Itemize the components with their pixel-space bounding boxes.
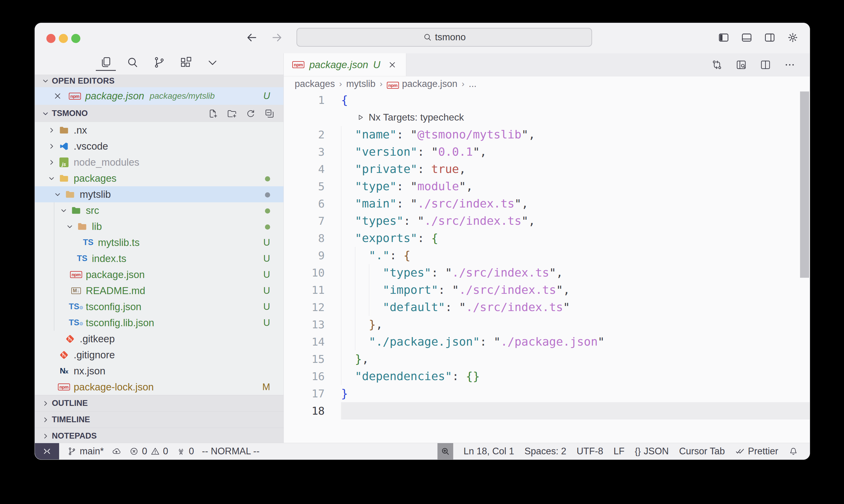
- problems-indicator[interactable]: 00: [129, 446, 168, 457]
- branch-indicator[interactable]: main*: [67, 446, 104, 457]
- status-label: 0: [142, 446, 147, 457]
- close-window-button[interactable]: [46, 34, 55, 43]
- open-editors-header[interactable]: OPEN EDITORS: [35, 74, 283, 87]
- toggle-primary-sidebar-button[interactable]: [716, 30, 731, 46]
- tree-item--nx[interactable]: .nx: [35, 122, 283, 138]
- explorer-view-icon[interactable]: [99, 53, 113, 71]
- sidebar-section-notepads[interactable]: NOTEPADS: [35, 428, 283, 444]
- zoom-indicator[interactable]: [437, 443, 453, 460]
- tree-item-readme-md[interactable]: M↓README.mdU: [35, 283, 283, 299]
- open-editor-entry[interactable]: npm package.json packages/mytslib U: [35, 87, 283, 105]
- search-value: tsmono: [435, 32, 466, 43]
- code-line-9[interactable]: 9 ".": {: [284, 247, 810, 264]
- more-views-icon[interactable]: [206, 53, 220, 71]
- back-button[interactable]: [244, 30, 260, 46]
- cursor-tab-indicator[interactable]: Cursor Tab: [679, 446, 725, 457]
- minimize-window-button[interactable]: [59, 34, 68, 43]
- more-actions-button[interactable]: [782, 57, 798, 73]
- tree-item-tsconfig-json[interactable]: TS⚙tsconfig.jsonU: [35, 299, 283, 315]
- code-line-16[interactable]: 16 "dependencies": {}: [284, 368, 810, 385]
- tree-item-packages[interactable]: packages: [35, 170, 283, 186]
- code-line-8[interactable]: 8 "exports": {: [284, 230, 810, 247]
- code-line-3[interactable]: 3 "version": "0.0.1",: [284, 143, 810, 161]
- toggle-secondary-sidebar-button[interactable]: [762, 30, 778, 46]
- toggle-panel-button[interactable]: [739, 30, 755, 46]
- code-line-10[interactable]: 10 "types": "./src/index.ts",: [284, 264, 810, 282]
- tree-item-src[interactable]: src: [35, 202, 283, 218]
- refresh-explorer-button[interactable]: [245, 108, 256, 119]
- tree-item-tsconfig-lib-json[interactable]: TS⚙tsconfig.lib.jsonU: [35, 315, 283, 331]
- codelens-nx-targets[interactable]: Nx Targets: typecheck: [284, 109, 810, 126]
- zoom-in-icon: [440, 446, 450, 456]
- settings-button[interactable]: [785, 30, 800, 46]
- code-line-1[interactable]: 1{: [284, 91, 810, 109]
- close-tab-icon[interactable]: [388, 60, 397, 69]
- publish-changes-button[interactable]: [111, 447, 121, 456]
- breadcrumb-label: ...: [469, 78, 477, 89]
- collapse-folders-button[interactable]: [264, 108, 275, 119]
- tree-item--gitkeep[interactable]: .gitkeep: [35, 331, 283, 347]
- tab-package-json[interactable]: npm package.json U: [284, 53, 406, 76]
- breadcrumb-item[interactable]: ...: [469, 78, 477, 89]
- tree-item-package-json[interactable]: npmpackage.jsonU: [35, 267, 283, 283]
- tree-item-package-lock-json[interactable]: npmpackage-lock.jsonM: [35, 379, 283, 395]
- code-line-7[interactable]: 7 "types": "./src/index.ts",: [284, 212, 810, 230]
- code-line-18[interactable]: 18: [284, 402, 810, 419]
- zoom-window-button[interactable]: [71, 34, 80, 43]
- npm-icon: npm: [292, 61, 304, 68]
- open-preview-button[interactable]: [733, 57, 749, 73]
- split-editor-button[interactable]: [758, 57, 773, 73]
- code-line-14[interactable]: 14 "./package.json": "./package.json": [284, 333, 810, 350]
- breadcrumb-item[interactable]: packages: [295, 78, 335, 89]
- command-center-search[interactable]: tsmono: [296, 28, 592, 47]
- indentation-indicator[interactable]: Spaces: 2: [524, 446, 566, 457]
- code-line-13[interactable]: 13 },: [284, 316, 810, 333]
- sidebar-section-timeline[interactable]: TIMELINE: [35, 411, 283, 428]
- ts-gear-icon: TS⚙: [70, 302, 82, 311]
- tree-item-mytslib[interactable]: mytslib: [35, 186, 283, 202]
- vim-mode-indicator[interactable]: -- NORMAL --: [202, 446, 259, 457]
- code-line-15[interactable]: 15 },: [284, 350, 810, 368]
- tree-item-nx-json[interactable]: Nxnx.json: [35, 363, 283, 379]
- code-line-5[interactable]: 5 "type": "module",: [284, 178, 810, 195]
- remote-indicator[interactable]: [35, 443, 59, 460]
- close-editor-icon[interactable]: [53, 91, 62, 101]
- indent-guide: [369, 264, 369, 316]
- status-right: Ln 18, Col 1Spaces: 2UTF-8LF{}JSONCursor…: [437, 443, 810, 460]
- tree-item--vscode[interactable]: .vscode: [35, 138, 283, 154]
- code-editor[interactable]: 1{Nx Targets: typecheck2 "name": "@tsmon…: [284, 91, 810, 443]
- explorer-section-header[interactable]: TSMONO: [35, 105, 283, 122]
- warning-icon: [150, 447, 160, 456]
- code-line-17[interactable]: 17}: [284, 385, 810, 402]
- tree-item-index-ts[interactable]: TSindex.tsU: [35, 251, 283, 267]
- status-label: 0: [163, 446, 168, 457]
- open-changes-button[interactable]: [709, 57, 725, 73]
- source-control-view-icon[interactable]: [152, 53, 166, 71]
- code-line-4[interactable]: 4 "private": true,: [284, 161, 810, 178]
- tree-item-mytslib-ts[interactable]: TSmytslib.tsU: [35, 234, 283, 251]
- search-view-icon[interactable]: [125, 53, 139, 71]
- language-mode[interactable]: {}JSON: [635, 446, 669, 457]
- code-line-11[interactable]: 11 "import": "./src/index.ts",: [284, 282, 810, 299]
- forward-button[interactable]: [269, 30, 285, 46]
- breadcrumb-item[interactable]: npmpackage.json: [387, 78, 458, 89]
- extensions-view-icon[interactable]: [179, 53, 193, 71]
- tree-item--gitignore[interactable]: .gitignore: [35, 347, 283, 363]
- new-file-button[interactable]: [208, 108, 219, 119]
- eol-indicator[interactable]: LF: [614, 446, 624, 457]
- new-folder-button[interactable]: [226, 108, 237, 119]
- encoding-indicator[interactable]: UTF-8: [576, 446, 603, 457]
- notifications-bell[interactable]: [789, 447, 798, 456]
- tree-item-lib[interactable]: lib: [35, 218, 283, 234]
- scrollbar[interactable]: [800, 91, 809, 278]
- tree-item-node-modules[interactable]: jsnode_modules: [35, 154, 283, 170]
- code-line-2[interactable]: 2 "name": "@tsmono/mytslib",: [284, 126, 810, 143]
- cursor-position[interactable]: Ln 18, Col 1: [464, 446, 514, 457]
- sidebar-section-outline[interactable]: OUTLINE: [35, 395, 283, 411]
- remote-icon: [42, 447, 52, 456]
- ports-indicator[interactable]: 0: [176, 446, 194, 457]
- breadcrumb-item[interactable]: mytslib: [346, 78, 375, 89]
- code-line-6[interactable]: 6 "main": "./src/index.ts",: [284, 195, 810, 212]
- prettier-indicator[interactable]: Prettier: [735, 446, 778, 457]
- code-line-12[interactable]: 12 "default": "./src/index.ts": [284, 299, 810, 316]
